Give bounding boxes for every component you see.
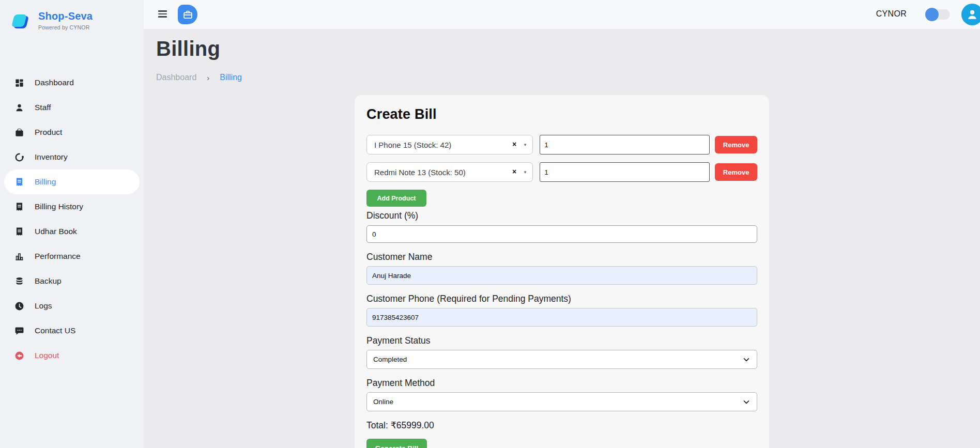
quantity-input[interactable]	[540, 162, 710, 182]
receipt-icon	[14, 202, 24, 212]
person-icon	[966, 8, 979, 21]
total-amount: Total: ₹65999.00	[366, 420, 757, 431]
hamburger-menu-icon[interactable]	[158, 10, 167, 19]
remove-product-button[interactable]: Remove	[715, 163, 757, 181]
user-avatar[interactable]	[961, 4, 980, 25]
sidebar-item-billing[interactable]: Billing	[4, 169, 140, 194]
chart-icon	[14, 252, 24, 261]
breadcrumb-dashboard[interactable]: Dashboard	[156, 73, 196, 82]
discount-input[interactable]	[366, 225, 757, 243]
payment-status-select[interactable]: Completed	[366, 350, 757, 369]
sidebar-item-dashboard[interactable]: Dashboard	[4, 70, 140, 95]
briefcase-icon	[182, 9, 193, 20]
breadcrumb-billing[interactable]: Billing	[220, 73, 242, 82]
brand[interactable]: Shop-Seva Powered by CYNOR	[0, 0, 144, 31]
clock-icon	[14, 301, 24, 311]
customer-name-label: Customer Name	[366, 252, 757, 262]
topbar-username: CYNOR	[876, 9, 907, 19]
sidebar-item-performance[interactable]: Performance	[4, 244, 140, 269]
brand-logo-icon	[11, 12, 30, 31]
product-select[interactable]: Redmi Note 13 (Stock: 50) × ▾	[366, 162, 533, 182]
clear-icon[interactable]: ×	[512, 140, 516, 148]
product-rows: I Phone 15 (Stock: 42) × ▾ Remove Redmi …	[366, 135, 757, 182]
sidebar: Shop-Seva Powered by CYNOR Dashboard Sta…	[0, 0, 144, 448]
brand-tagline: Powered by CYNOR	[38, 24, 93, 30]
grid-icon	[14, 78, 24, 88]
receipt-icon	[14, 177, 24, 187]
remove-product-button[interactable]: Remove	[715, 136, 757, 153]
product-select[interactable]: I Phone 15 (Stock: 42) × ▾	[366, 135, 533, 155]
sidebar-menu: Dashboard Staff Product Inventory Billin…	[0, 70, 144, 368]
product-row: I Phone 15 (Stock: 42) × ▾ Remove	[366, 135, 757, 155]
refresh-icon	[14, 152, 24, 162]
sidebar-item-logout[interactable]: Logout	[4, 343, 140, 368]
billing-app-button[interactable]	[178, 5, 197, 24]
theme-toggle[interactable]	[926, 9, 950, 20]
sidebar-item-billing-history[interactable]: Billing History	[4, 194, 140, 219]
receipt-icon	[14, 227, 24, 237]
topbar: CYNOR	[144, 0, 980, 29]
sidebar-item-staff[interactable]: Staff	[4, 95, 140, 120]
create-bill-card: Create Bill I Phone 15 (Stock: 42) × ▾ R…	[355, 95, 769, 448]
brand-name: Shop-Seva	[38, 10, 93, 22]
quantity-input[interactable]	[540, 135, 710, 155]
generate-bill-button[interactable]: Generate Bill	[366, 439, 427, 448]
logout-icon	[14, 351, 24, 361]
user-icon	[14, 103, 24, 113]
sidebar-item-contact-us[interactable]: Contact US	[4, 318, 140, 343]
caret-down-icon: ▾	[524, 169, 527, 175]
main-content: Billing Dashboard › Billing Create Bill …	[144, 29, 980, 448]
payment-method-select[interactable]: Online	[366, 392, 757, 411]
card-title: Create Bill	[366, 106, 757, 122]
page-title: Billing	[156, 37, 980, 60]
customer-phone-input[interactable]	[366, 308, 757, 327]
sidebar-item-backup[interactable]: Backup	[4, 269, 140, 293]
bag-icon	[14, 128, 24, 137]
toggle-knob	[925, 8, 939, 21]
chevron-down-icon	[742, 356, 751, 364]
chevron-down-icon	[742, 398, 751, 406]
product-row: Redmi Note 13 (Stock: 50) × ▾ Remove	[366, 162, 757, 182]
sidebar-item-product[interactable]: Product	[4, 120, 140, 145]
caret-down-icon: ▾	[524, 142, 527, 147]
db-icon	[14, 276, 24, 286]
breadcrumb-separator-icon: ›	[207, 73, 209, 82]
payment-method-label: Payment Method	[366, 378, 757, 389]
payment-status-label: Payment Status	[366, 335, 757, 346]
customer-phone-label: Customer Phone (Required for Pending Pay…	[366, 293, 757, 304]
sidebar-item-inventory[interactable]: Inventory	[4, 145, 140, 169]
breadcrumb: Dashboard › Billing	[156, 73, 980, 82]
chat-icon	[14, 326, 24, 336]
customer-name-input[interactable]	[366, 266, 757, 285]
sidebar-item-udhar-book[interactable]: Udhar Book	[4, 219, 140, 244]
sidebar-item-logs[interactable]: Logs	[4, 293, 140, 318]
discount-label: Discount (%)	[366, 210, 757, 221]
clear-icon[interactable]: ×	[512, 167, 516, 176]
add-product-button[interactable]: Add Product	[366, 190, 426, 207]
